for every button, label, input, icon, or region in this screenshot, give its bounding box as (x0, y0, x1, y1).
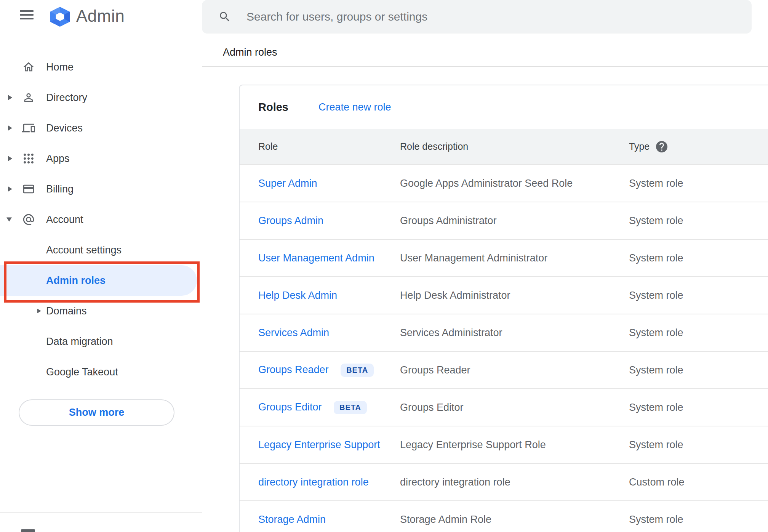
partial-bottom-icon (21, 529, 35, 532)
role-type: System role (629, 252, 768, 264)
role-type: System role (629, 402, 768, 413)
create-new-role-link[interactable]: Create new role (318, 101, 391, 113)
role-description: Groups Administrator (400, 215, 629, 227)
sidebar-item-label: Account (46, 214, 83, 226)
role-link[interactable]: directory integration role (258, 476, 369, 488)
search-icon (218, 10, 231, 23)
home-icon (22, 61, 35, 74)
role-type: System role (629, 514, 768, 526)
roles-table-body: Super Admin Google Apps Administrator Se… (240, 164, 768, 532)
sidebar-item-google-takeout[interactable]: Google Takeout (0, 357, 202, 387)
sidebar: Admin Home Directory Devices (0, 0, 202, 532)
search-bar[interactable] (202, 0, 752, 34)
role-description: directory integration role (400, 476, 629, 488)
role-type: System role (629, 327, 768, 339)
roles-card: Roles Create new role Role Role descript… (239, 85, 768, 532)
sidebar-item-account[interactable]: Account (0, 204, 202, 235)
logo-text: Admin (76, 6, 125, 26)
sidebar-item-billing[interactable]: Billing (0, 174, 202, 204)
column-header-description: Role description (400, 141, 629, 152)
breadcrumb[interactable]: Admin roles (223, 46, 277, 58)
menu-icon[interactable] (20, 10, 34, 20)
role-description: Services Administrator (400, 327, 629, 339)
table-row: directory integration role directory int… (240, 463, 768, 500)
table-row: User Management Admin User Management Ad… (240, 239, 768, 276)
table-row: Groups Admin Groups Administrator System… (240, 202, 768, 239)
header-divider (202, 66, 768, 67)
role-type: System role (629, 290, 768, 301)
role-link[interactable]: Groups Admin (258, 215, 323, 226)
role-link[interactable]: Storage Admin (258, 514, 326, 525)
sidebar-item-devices[interactable]: Devices (0, 113, 202, 143)
beta-badge: BETA (341, 364, 374, 377)
role-link[interactable]: Super Admin (258, 178, 317, 189)
chevron-right-icon[interactable] (8, 156, 12, 161)
table-row: Groups Editor BETA Groups Editor System … (240, 388, 768, 426)
chevron-right-icon[interactable] (8, 186, 12, 192)
at-sign-icon (22, 213, 35, 226)
sidebar-divider (0, 512, 202, 513)
chevron-right-icon[interactable] (8, 95, 12, 100)
role-link[interactable]: Legacy Enterprise Support (258, 439, 380, 450)
sidebar-item-label: Admin roles (46, 275, 106, 287)
help-icon[interactable] (655, 140, 669, 154)
sidebar-item-label: Account settings (46, 244, 122, 256)
role-description: User Management Administrator (400, 252, 629, 264)
role-link[interactable]: Help Desk Admin (258, 290, 337, 301)
role-type: System role (629, 439, 768, 451)
sidebar-item-data-migration[interactable]: Data migration (0, 326, 202, 357)
chevron-right-icon[interactable] (8, 125, 12, 131)
card-title: Roles (258, 101, 288, 114)
admin-logo-icon[interactable] (49, 7, 71, 28)
devices-icon (22, 122, 35, 135)
role-type: System role (629, 364, 768, 376)
roles-card-header: Roles Create new role (240, 85, 768, 129)
role-link[interactable]: Groups Editor (258, 401, 322, 412)
chevron-right-icon[interactable] (37, 309, 41, 313)
role-type: System role (629, 178, 768, 189)
role-description: Google Apps Administrator Seed Role (400, 178, 629, 189)
sidebar-item-label: Directory (46, 92, 87, 104)
apps-grid-icon (22, 152, 35, 165)
app-header: Admin (0, 0, 202, 34)
role-description: Groups Reader (400, 364, 629, 376)
table-row: Groups Reader BETA Groups Reader System … (240, 351, 768, 388)
role-type: Custom role (629, 476, 768, 488)
role-type: System role (629, 215, 768, 227)
sidebar-item-apps[interactable]: Apps (0, 143, 202, 174)
sidebar-item-domains[interactable]: Domains (0, 296, 202, 326)
role-description: Groups Editor (400, 402, 629, 413)
show-more-button[interactable]: Show more (19, 399, 174, 426)
search-input[interactable] (246, 10, 704, 23)
table-row: Help Desk Admin Help Desk Administrator … (240, 276, 768, 314)
sidebar-nav: Home Directory Devices (0, 52, 202, 387)
role-description: Help Desk Administrator (400, 290, 629, 301)
column-header-type: Type (629, 140, 768, 154)
sidebar-item-home[interactable]: Home (0, 52, 202, 82)
credit-card-icon (22, 183, 35, 195)
table-row: Storage Admin Storage Admin Role System … (240, 500, 768, 532)
table-row: Services Admin Services Administrator Sy… (240, 314, 768, 351)
sidebar-item-label: Domains (46, 305, 87, 317)
person-icon (22, 91, 35, 104)
sidebar-item-label: Devices (46, 122, 83, 134)
beta-badge: BETA (334, 401, 367, 414)
table-row: Legacy Enterprise Support Legacy Enterpr… (240, 426, 768, 463)
table-row: Super Admin Google Apps Administrator Se… (240, 164, 768, 202)
sidebar-item-directory[interactable]: Directory (0, 82, 202, 113)
sidebar-item-label: Home (46, 61, 74, 73)
role-link[interactable]: Groups Reader (258, 364, 329, 375)
table-header-row: Role Role description Type (240, 129, 768, 164)
main-content: Admin roles Roles Create new role Role R… (202, 0, 768, 532)
chevron-down-icon[interactable] (6, 218, 12, 222)
sidebar-item-account-settings[interactable]: Account settings (0, 235, 202, 265)
sidebar-item-admin-roles[interactable]: Admin roles (0, 265, 202, 296)
role-description: Storage Admin Role (400, 514, 629, 526)
sidebar-item-label: Data migration (46, 336, 113, 348)
role-link[interactable]: Services Admin (258, 327, 329, 338)
sidebar-item-label: Apps (46, 153, 70, 165)
sidebar-item-label: Billing (46, 183, 74, 195)
sidebar-item-label: Google Takeout (46, 366, 118, 378)
role-description: Legacy Enterprise Support Role (400, 439, 629, 451)
role-link[interactable]: User Management Admin (258, 252, 374, 264)
